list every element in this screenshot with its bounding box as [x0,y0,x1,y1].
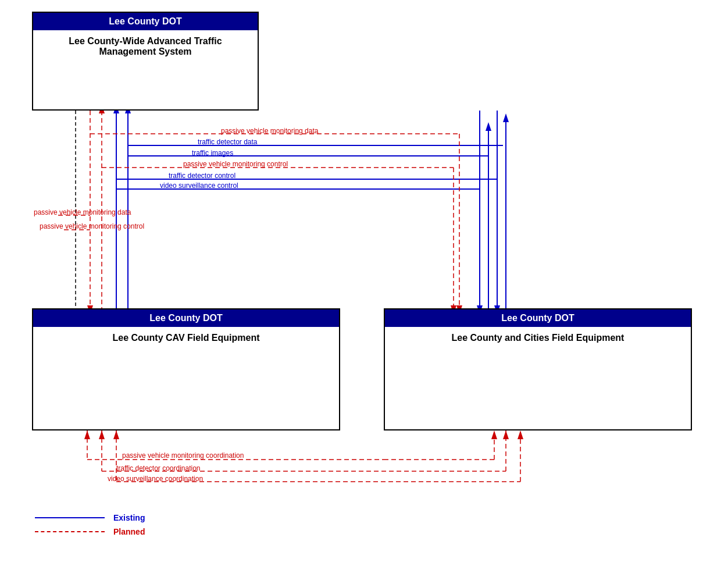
legend-planned-line [35,531,105,532]
legend-existing: Existing [35,513,145,522]
legend-planned: Planned [35,527,145,536]
flow-label-vsc: video surveillance control [160,181,238,190]
flow-label-pvm-data-left: passive vehicle monitoring data [34,208,131,216]
svg-marker-1 [503,113,509,122]
bottom-right-node: Lee County DOT Lee County and Cities Fie… [384,308,692,430]
flow-label-pvm-ctrl-left: passive vehicle monitoring control [40,222,144,230]
top-node-header: Lee County DOT [33,13,258,30]
flow-label-pvm-coord: passive vehicle monitoring coordination [122,451,244,460]
flow-label-pvm-data-1: passive vehicle monitoring data [221,127,318,135]
legend-existing-label: Existing [113,513,145,522]
flow-label-ti: traffic images [192,149,233,157]
svg-marker-31 [84,430,90,439]
legend-planned-label: Planned [113,527,145,536]
flow-label-td-coord: traffic detector coordination [116,464,201,472]
svg-marker-42 [518,430,523,439]
diagram-container: Lee County DOT Lee County-Wide Advanced … [0,0,728,573]
svg-marker-37 [503,430,509,439]
svg-marker-32 [491,430,497,439]
bottom-right-node-header: Lee County DOT [385,309,691,327]
flow-label-vs-coord: video surveillance coordination [108,475,203,483]
flow-label-pvm-ctrl-1: passive vehicle monitoring control [183,160,288,168]
flow-label-tdd: traffic detector data [198,138,258,146]
bottom-right-node-body: Lee County and Cities Field Equipment [385,327,691,349]
svg-marker-36 [99,430,105,439]
top-node: Lee County DOT Lee County-Wide Advanced … [32,12,259,111]
svg-marker-3 [486,122,491,131]
legend: Existing Planned [35,513,145,541]
legend-existing-line [35,517,105,518]
svg-marker-41 [113,430,119,439]
flow-label-tdc: traffic detector control [169,172,235,180]
bottom-left-node: Lee County DOT Lee County CAV Field Equi… [32,308,340,430]
bottom-left-node-header: Lee County DOT [33,309,339,327]
bottom-left-node-body: Lee County CAV Field Equipment [33,327,339,349]
top-node-body: Lee County-Wide Advanced TrafficManageme… [33,30,258,63]
